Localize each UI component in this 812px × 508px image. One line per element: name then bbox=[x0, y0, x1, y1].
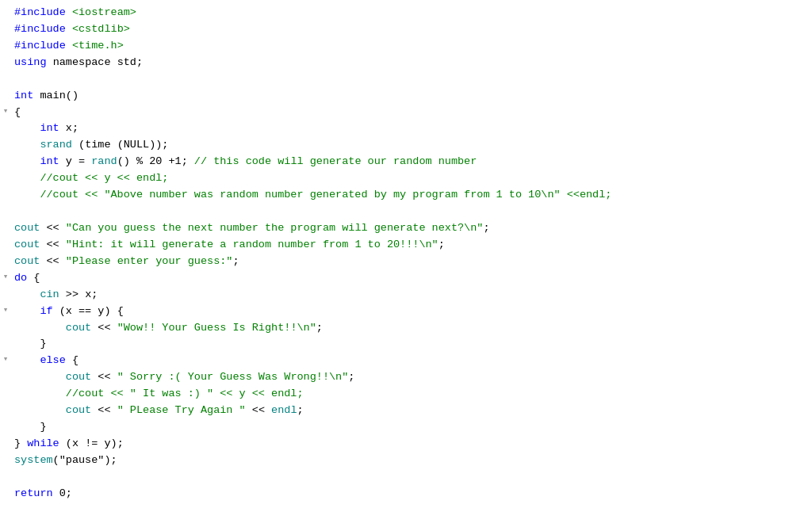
line-content-22: else { bbox=[11, 353, 810, 369]
line-19: ▾ if (x == y) { bbox=[0, 304, 812, 320]
line-content-29 bbox=[11, 469, 810, 486]
code-editor[interactable]: #include <iostream>#include <cstdlib>#in… bbox=[0, 0, 812, 508]
line-content-13 bbox=[11, 204, 810, 220]
line-14: cout << "Can you guess the next number t… bbox=[0, 220, 812, 237]
line-30: return 0; bbox=[0, 486, 812, 502]
line-3: #include <time.h> bbox=[0, 38, 812, 55]
line-7: ▾{ bbox=[0, 105, 812, 121]
line-content-7: { bbox=[11, 105, 810, 121]
line-content-30: return 0; bbox=[11, 486, 810, 502]
line-content-2: #include <cstdlib> bbox=[11, 21, 810, 38]
line-content-18: cin >> x; bbox=[11, 287, 810, 304]
line-27: } while (x != y); bbox=[0, 436, 812, 453]
line-content-9: srand (time (NULL)); bbox=[11, 137, 810, 154]
line-content-28: system("pause"); bbox=[11, 453, 810, 469]
line-content-6: int main() bbox=[11, 88, 810, 105]
line-content-23: cout << " Sorry :( Your Guess Was Wrong!… bbox=[11, 369, 810, 386]
line-content-25: cout << " PLease Try Again " << endl; bbox=[11, 403, 810, 419]
line-1: #include <iostream> bbox=[0, 5, 812, 21]
line-content-14: cout << "Can you guess the next number t… bbox=[11, 220, 810, 237]
fold-gutter-22[interactable]: ▾ bbox=[0, 353, 11, 366]
line-10: int y = rand() % 20 +1; // this code wil… bbox=[0, 154, 812, 170]
fold-gutter-17[interactable]: ▾ bbox=[0, 270, 11, 284]
line-content-21: } bbox=[11, 336, 810, 353]
line-8: int x; bbox=[0, 120, 812, 137]
line-16: cout << "Please enter your guess:"; bbox=[0, 254, 812, 270]
line-content-17: do { bbox=[11, 270, 810, 287]
line-content-20: cout << "Wow!! Your Guess Is Right!!\n"; bbox=[11, 320, 810, 337]
line-content-12: //cout << "Above number was random numbe… bbox=[11, 187, 810, 204]
line-4: using namespace std; bbox=[0, 55, 812, 71]
line-18: cin >> x; bbox=[0, 287, 812, 304]
line-23: cout << " Sorry :( Your Guess Was Wrong!… bbox=[0, 369, 812, 386]
line-15: cout << "Hint: it will generate a random… bbox=[0, 237, 812, 254]
line-13 bbox=[0, 204, 812, 220]
line-content-5 bbox=[11, 71, 810, 88]
line-content-3: #include <time.h> bbox=[11, 38, 810, 55]
line-28: system("pause"); bbox=[0, 453, 812, 469]
line-content-11: //cout << y << endl; bbox=[11, 170, 810, 187]
line-12: //cout << "Above number was random numbe… bbox=[0, 187, 812, 204]
line-content-8: int x; bbox=[11, 120, 810, 137]
line-content-15: cout << "Hint: it will generate a random… bbox=[11, 237, 810, 254]
line-26: } bbox=[0, 419, 812, 436]
line-21: } bbox=[0, 336, 812, 353]
line-content-4: using namespace std; bbox=[11, 55, 810, 71]
line-6: int main() bbox=[0, 88, 812, 105]
line-content-10: int y = rand() % 20 +1; // this code wil… bbox=[11, 154, 810, 170]
fold-gutter-7[interactable]: ▾ bbox=[0, 105, 11, 118]
line-17: ▾do { bbox=[0, 270, 812, 287]
line-content-19: if (x == y) { bbox=[11, 304, 810, 320]
line-22: ▾ else { bbox=[0, 353, 812, 369]
line-content-26: } bbox=[11, 419, 810, 436]
line-content-16: cout << "Please enter your guess:"; bbox=[11, 254, 810, 270]
line-25: cout << " PLease Try Again " << endl; bbox=[0, 403, 812, 419]
line-20: cout << "Wow!! Your Guess Is Right!!\n"; bbox=[0, 320, 812, 337]
fold-gutter-19[interactable]: ▾ bbox=[0, 304, 11, 317]
line-content-31 bbox=[11, 502, 810, 508]
line-content-27: } while (x != y); bbox=[11, 436, 810, 453]
line-2: #include <cstdlib> bbox=[0, 21, 812, 38]
line-content-1: #include <iostream> bbox=[11, 5, 810, 21]
line-5 bbox=[0, 71, 812, 88]
line-content-24: //cout << " It was :) " << y << endl; bbox=[11, 386, 810, 403]
line-11: //cout << y << endl; bbox=[0, 170, 812, 187]
line-31 bbox=[0, 502, 812, 508]
line-24: //cout << " It was :) " << y << endl; bbox=[0, 386, 812, 403]
line-9: srand (time (NULL)); bbox=[0, 137, 812, 154]
line-29 bbox=[0, 469, 812, 486]
